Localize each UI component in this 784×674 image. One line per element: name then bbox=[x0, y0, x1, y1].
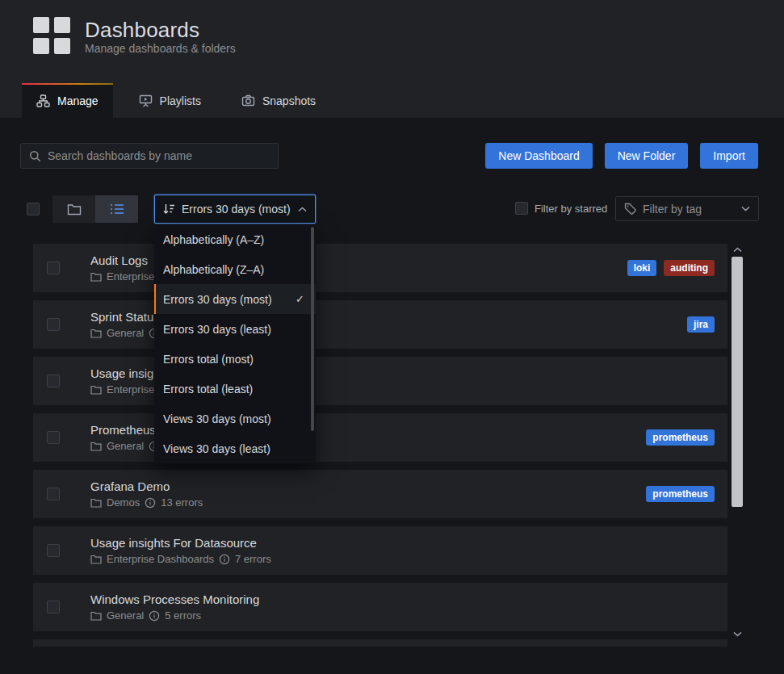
tag-icon bbox=[624, 203, 636, 215]
sort-menu-item[interactable]: Views 30 days (most) bbox=[154, 404, 316, 433]
scroll-up-arrow[interactable] bbox=[731, 244, 744, 255]
info-circle-icon bbox=[149, 610, 160, 622]
sort-menu-item[interactable]: Errors 30 days (least) bbox=[154, 314, 316, 344]
new-dashboard-button[interactable]: New Dashboard bbox=[485, 143, 592, 169]
list-scrollbar bbox=[731, 244, 744, 639]
dashboard-errors: 13 errors bbox=[161, 496, 203, 509]
folder-icon bbox=[90, 329, 102, 338]
import-button[interactable]: Import bbox=[700, 143, 758, 169]
row-checkbox[interactable] bbox=[47, 375, 60, 387]
tab-playlists[interactable]: Playlists bbox=[124, 83, 216, 118]
dashboards-grid-icon bbox=[33, 17, 70, 54]
scroll-down-arrow[interactable] bbox=[731, 628, 744, 639]
sort-menu-item[interactable]: Alphabetically (A–Z) bbox=[154, 224, 316, 254]
sort-menu: Alphabetically (A–Z) Alphabetically (Z–A… bbox=[154, 224, 316, 463]
dashboard-row-partial bbox=[33, 639, 727, 647]
dashboard-meta: Enterprise Dashboards 7 errors bbox=[90, 553, 271, 565]
tag-badge[interactable]: prometheus bbox=[646, 486, 715, 502]
sort-menu-item-label: Errors total (least) bbox=[163, 383, 253, 396]
tab-label: Manage bbox=[57, 94, 99, 107]
sort-menu-item[interactable]: Errors total (most) bbox=[154, 344, 316, 374]
page-subtitle: Manage dashboards & folders bbox=[85, 42, 236, 55]
sort-select-value: Errors 30 days (most) bbox=[182, 203, 291, 216]
info-circle-icon bbox=[219, 554, 230, 565]
chevron-down-icon bbox=[733, 631, 742, 637]
tag-filter-select[interactable]: Filter by tag bbox=[615, 196, 759, 221]
tag-badge[interactable]: prometheus bbox=[646, 429, 715, 446]
dashboard-row[interactable]: Windows Processes Monitoring General 5 e… bbox=[33, 583, 727, 631]
row-checkbox[interactable] bbox=[47, 601, 60, 613]
search-box bbox=[20, 143, 279, 169]
folder-icon bbox=[67, 203, 82, 216]
sort-menu-item-label: Alphabetically (A–Z) bbox=[163, 233, 264, 246]
list-view-button[interactable] bbox=[95, 195, 138, 223]
tab-snapshots[interactable]: Snapshots bbox=[227, 83, 330, 118]
dashboard-row[interactable]: Usage insights Enterprise Dashboards bbox=[33, 357, 727, 405]
sort-menu-item[interactable]: Errors total (least) bbox=[154, 374, 316, 404]
toolbar-buttons: New Dashboard New Folder Import bbox=[485, 143, 758, 169]
row-checkbox[interactable] bbox=[47, 262, 60, 274]
list-icon bbox=[110, 203, 124, 215]
tab-label: Snapshots bbox=[262, 94, 316, 107]
view-toggle bbox=[52, 195, 138, 223]
folder-icon bbox=[90, 555, 102, 564]
row-checkbox[interactable] bbox=[47, 488, 60, 500]
sort-menu-scrollbar-thumb[interactable] bbox=[311, 227, 314, 431]
row-checkbox[interactable] bbox=[47, 544, 60, 557]
sort-menu-item[interactable]: Alphabetically (Z–A) bbox=[154, 254, 316, 284]
check-icon: ✓ bbox=[296, 293, 304, 305]
dashboard-row[interactable]: Usage insights For Datasource Enterprise… bbox=[33, 526, 727, 575]
search-input[interactable] bbox=[48, 149, 278, 162]
sort-menu-item-label: Views 30 days (most) bbox=[163, 412, 271, 425]
tag-badge[interactable]: auditing bbox=[664, 260, 715, 276]
sort-menu-item-label: Errors 30 days (least) bbox=[163, 323, 271, 336]
sort-menu-item[interactable]: Views 30 days (least) bbox=[154, 433, 316, 463]
filter-starred-checkbox[interactable] bbox=[515, 202, 528, 215]
tab-label: Playlists bbox=[160, 94, 201, 107]
sort-menu-item[interactable]: Errors 30 days (most) ✓ bbox=[154, 284, 316, 314]
select-all-checkbox[interactable] bbox=[27, 203, 40, 216]
filter-starred-label: Filter by starred bbox=[535, 203, 607, 215]
tab-manage[interactable]: Manage bbox=[22, 83, 113, 118]
dashboard-folder: Enterprise Dashboards bbox=[107, 553, 214, 565]
presentation-play-icon bbox=[139, 94, 153, 107]
scrollbar-thumb[interactable] bbox=[732, 257, 743, 507]
starred-filter: Filter by starred bbox=[515, 202, 607, 215]
dashboard-row[interactable]: Audit Logs Enterprise Dashboards lokiaud… bbox=[33, 244, 727, 292]
dashboard-row[interactable]: Grafana Demo Demos 13 errors prometheus bbox=[33, 470, 727, 518]
row-checkbox[interactable] bbox=[47, 431, 60, 444]
dashboard-title: Usage insights For Datasource bbox=[90, 536, 257, 550]
chevron-up-icon bbox=[298, 207, 307, 212]
dashboard-folder: Demos bbox=[107, 496, 140, 509]
tag-filter-placeholder: Filter by tag bbox=[643, 203, 735, 216]
tag-badge[interactable]: jira bbox=[687, 316, 715, 333]
dashboard-title: Prometheus bbox=[90, 423, 156, 437]
dashboard-title: Windows Processes Monitoring bbox=[90, 592, 259, 606]
dashboard-list: Audit Logs Enterprise Dashboards lokiaud… bbox=[33, 244, 727, 647]
sort-icon bbox=[163, 203, 175, 215]
dashboard-errors: 5 errors bbox=[165, 609, 201, 622]
dashboard-row[interactable]: Sprint Status General jira bbox=[33, 300, 727, 349]
dashboard-row[interactable]: Prometheus General prometheus bbox=[33, 413, 727, 462]
info-circle-icon bbox=[145, 497, 156, 509]
dashboard-folder: General bbox=[107, 609, 144, 622]
chevron-down-icon bbox=[741, 206, 750, 211]
tag-badge[interactable]: loki bbox=[627, 260, 657, 276]
folder-icon bbox=[90, 272, 102, 282]
folder-view-button[interactable] bbox=[52, 195, 95, 223]
sort-menu-item-label: Errors 30 days (most) bbox=[163, 293, 272, 306]
folder-icon bbox=[90, 611, 102, 621]
dashboard-tags: prometheus bbox=[646, 486, 715, 502]
page-title: Dashboards bbox=[85, 18, 199, 43]
dashboard-meta: Demos 13 errors bbox=[90, 496, 203, 509]
new-folder-button[interactable]: New Folder bbox=[605, 143, 689, 169]
row-checkbox[interactable] bbox=[47, 318, 60, 331]
folder-icon bbox=[90, 498, 102, 508]
sort-select[interactable]: Errors 30 days (most) bbox=[154, 195, 316, 224]
sort-menu-item-label: Errors total (most) bbox=[163, 353, 254, 366]
dashboard-title: Sprint Status bbox=[90, 310, 160, 324]
dashboard-title: Audit Logs bbox=[90, 253, 148, 267]
folder-icon bbox=[90, 385, 102, 395]
dashboard-meta: General 5 errors bbox=[90, 609, 201, 622]
dashboard-folder: General bbox=[107, 327, 144, 339]
